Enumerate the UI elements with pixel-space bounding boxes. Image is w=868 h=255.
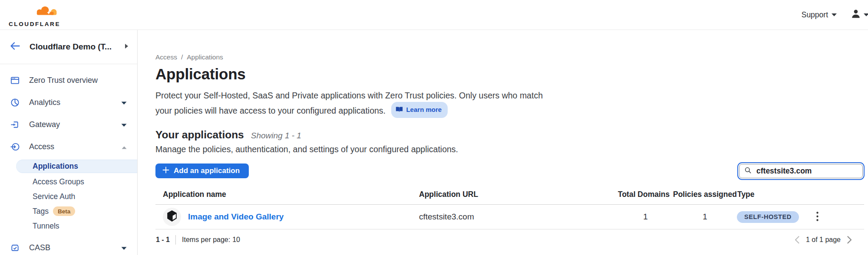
breadcrumb-separator: / <box>181 53 183 61</box>
main-content: Access / Applications Applications Prote… <box>138 30 868 255</box>
sidebar-item-label: Access <box>29 142 122 151</box>
beta-badge: Beta <box>53 206 75 216</box>
caret-right-icon[interactable] <box>125 43 129 51</box>
sidebar-item-tags[interactable]: Tags Beta <box>0 204 137 219</box>
search-icon <box>744 166 752 176</box>
column-header-total-domains: Total Domains <box>618 190 673 199</box>
page-description-text: Protect your Self-Hosted, SaaS and Priva… <box>155 91 543 115</box>
overview-window-icon <box>10 75 20 85</box>
cloudflare-logo[interactable]: CLOUDFLARE <box>9 4 60 27</box>
row-kebab-menu-button[interactable] <box>813 210 822 224</box>
sidebar-item-label: Analytics <box>29 98 121 107</box>
column-header-application-url: Application URL <box>419 190 618 199</box>
plus-icon <box>162 167 169 176</box>
section-subtext: Manage the policies, authentication, and… <box>155 144 864 154</box>
previous-page-button[interactable] <box>794 235 800 245</box>
sidebar-item-label: Zero Trust overview <box>29 76 127 85</box>
caret-down-icon <box>121 121 127 129</box>
page-title: Applications <box>155 65 864 83</box>
item-range: 1 - 1 <box>155 236 170 244</box>
caret-up-icon <box>122 143 127 151</box>
your-applications-header: Your applications Showing 1 - 1 <box>155 129 864 141</box>
access-sub-list: Applications Access Groups Service Auth … <box>0 160 137 233</box>
sidebar-item-tunnels[interactable]: Tunnels <box>0 219 137 233</box>
learn-more-link[interactable]: Learn more <box>391 102 448 118</box>
casb-check-box-icon <box>10 243 20 253</box>
applications-search <box>739 164 863 178</box>
showing-count: Showing 1 - 1 <box>251 131 301 141</box>
account-header: Cloudflare Demo (T... <box>0 30 137 64</box>
page-description: Protect your Self-Hosted, SaaS and Priva… <box>155 89 550 118</box>
gateway-icon <box>10 120 20 130</box>
account-name: Cloudflare Demo (T... <box>30 42 125 52</box>
book-icon <box>396 103 403 116</box>
sidebar-item-zero-trust-overview[interactable]: Zero Trust overview <box>0 69 137 92</box>
add-application-button[interactable]: Add an application <box>155 163 249 178</box>
support-label: Support <box>802 10 828 20</box>
column-header-policies-assigned: Policies assigned <box>673 190 737 199</box>
chevron-down-icon <box>831 11 837 19</box>
application-name-cell: Image and Video Gallery <box>155 208 419 226</box>
section-title: Your applications <box>155 129 244 141</box>
breadcrumb-applications: Applications <box>187 53 223 61</box>
applications-toolbar: Add an application <box>155 163 864 178</box>
support-menu[interactable]: Support <box>802 10 837 20</box>
breadcrumb-access[interactable]: Access <box>155 53 177 61</box>
table-row: Image and Video Gallery cftestsite3.com … <box>155 205 864 229</box>
sub-item-label: Service Auth <box>33 192 75 201</box>
application-url-cell: cftestsite3.com <box>419 212 618 222</box>
sidebar-item-gateway[interactable]: Gateway <box>0 114 137 136</box>
application-avatar <box>163 208 181 226</box>
sub-item-label: Applications <box>33 162 78 171</box>
cloudflare-cloud-icon <box>33 4 60 20</box>
application-name-link[interactable]: Image and Video Gallery <box>188 212 284 222</box>
sidebar-item-access[interactable]: Access <box>0 136 137 158</box>
table-header-row: Application name Application URL Total D… <box>155 190 864 205</box>
caret-down-icon <box>121 244 127 252</box>
chevron-down-icon <box>863 11 868 19</box>
top-header: CLOUDFLARE Support <box>0 0 868 30</box>
sidebar-item-label: CASB <box>29 243 121 252</box>
total-domains-cell: 1 <box>618 212 673 222</box>
sidebar-item-casb[interactable]: CASB <box>0 237 137 255</box>
caret-down-icon <box>121 99 127 107</box>
access-login-icon <box>10 142 20 152</box>
pie-chart-icon <box>10 98 20 108</box>
user-account-menu[interactable] <box>850 8 868 21</box>
learn-more-label: Learn more <box>406 103 442 116</box>
search-input[interactable] <box>756 166 858 176</box>
topbar-actions: Support <box>802 0 868 29</box>
next-page-button[interactable] <box>846 235 853 245</box>
row-actions-cell <box>808 210 864 224</box>
breadcrumb: Access / Applications <box>155 53 864 61</box>
items-per-page: Items per page: 10 <box>182 236 240 244</box>
sub-item-label: Access Groups <box>33 177 84 186</box>
sidebar-item-applications[interactable]: Applications <box>16 160 137 173</box>
add-application-label: Add an application <box>174 167 240 175</box>
table-footer: 1 - 1 Items per page: 10 1 of 1 page <box>155 229 864 250</box>
sidebar-item-analytics[interactable]: Analytics <box>0 92 137 114</box>
page-status: 1 of 1 page <box>806 236 841 244</box>
applications-table: Application name Application URL Total D… <box>155 190 864 250</box>
sidebar: Cloudflare Demo (T... Zero Trust overvie… <box>0 30 138 255</box>
sidebar-item-access-groups[interactable]: Access Groups <box>0 174 137 189</box>
items-per-page-value[interactable]: 10 <box>232 236 240 244</box>
footer-divider <box>175 235 176 245</box>
self-hosted-badge: SELF-HOSTED <box>737 211 799 223</box>
pagination-summary: 1 - 1 Items per page: 10 <box>155 235 240 245</box>
pagination-controls: 1 of 1 page <box>794 235 853 245</box>
back-arrow-icon[interactable] <box>10 42 20 52</box>
sidebar-item-service-auth[interactable]: Service Auth <box>0 189 137 204</box>
column-header-application-name: Application name <box>155 190 419 199</box>
sub-item-label: Tags <box>33 207 49 216</box>
items-per-page-label: Items per page: <box>182 236 230 244</box>
sub-item-label: Tunnels <box>33 222 59 231</box>
sidebar-nav: Zero Trust overview Analytics Gateway <box>0 64 137 255</box>
policies-assigned-cell: 1 <box>673 212 737 222</box>
type-cell: SELF-HOSTED <box>737 211 808 223</box>
cube-icon <box>166 210 178 224</box>
cloudflare-logo-text: CLOUDFLARE <box>9 21 60 27</box>
user-person-icon <box>850 8 861 21</box>
sidebar-item-label: Gateway <box>29 120 121 129</box>
column-header-type: Type <box>737 190 808 199</box>
